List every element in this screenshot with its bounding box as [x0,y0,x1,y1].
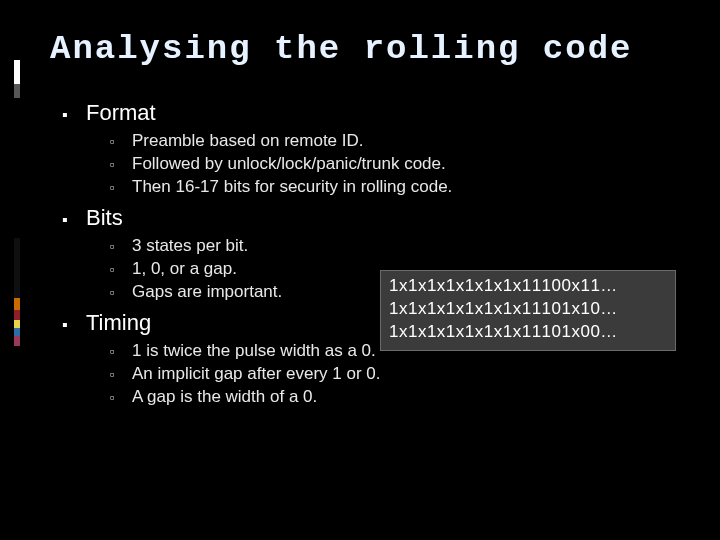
bits-line: 1x1x1x1x1x1x1x11100x11… [389,275,667,298]
bullet-icon: ▪ [62,211,74,229]
slide: Analysing the rolling code ▪ Format ▫Pre… [0,0,720,540]
list-item: ▫Then 16-17 bits for security in rolling… [110,176,670,199]
bullet-list: ▪ Format ▫Preamble based on remote ID. ▫… [50,100,670,408]
bullet-icon: ▫ [110,238,122,256]
bullet-icon: ▫ [110,366,122,384]
section-format: ▪ Format ▫Preamble based on remote ID. ▫… [62,100,670,199]
bullet-icon: ▫ [110,389,122,407]
bullet-icon: ▫ [110,179,122,197]
left-accent-strip [14,60,20,346]
bullet-icon: ▫ [110,261,122,279]
bits-example-box: 1x1x1x1x1x1x1x11100x11… 1x1x1x1x1x1x1x11… [380,270,676,351]
slide-title: Analysing the rolling code [50,30,670,68]
bullet-icon: ▫ [110,284,122,302]
bullet-icon: ▪ [62,316,74,334]
section-heading: Bits [86,205,123,231]
list-item: ▫A gap is the width of a 0. [110,386,670,409]
bits-line: 1x1x1x1x1x1x1x11101x10… [389,298,667,321]
bullet-icon: ▫ [110,156,122,174]
bits-line: 1x1x1x1x1x1x1x11101x00… [389,321,667,344]
slide-content: ▪ Format ▫Preamble based on remote ID. ▫… [50,100,670,408]
list-item: ▫Preamble based on remote ID. [110,130,670,153]
bullet-icon: ▪ [62,106,74,124]
bullet-icon: ▫ [110,343,122,361]
section-heading: Timing [86,310,151,336]
list-item: ▫3 states per bit. [110,235,670,258]
bullet-icon: ▫ [110,133,122,151]
list-item: ▫Followed by unlock/lock/panic/trunk cod… [110,153,670,176]
list-item: ▫An implicit gap after every 1 or 0. [110,363,670,386]
section-heading: Format [86,100,156,126]
